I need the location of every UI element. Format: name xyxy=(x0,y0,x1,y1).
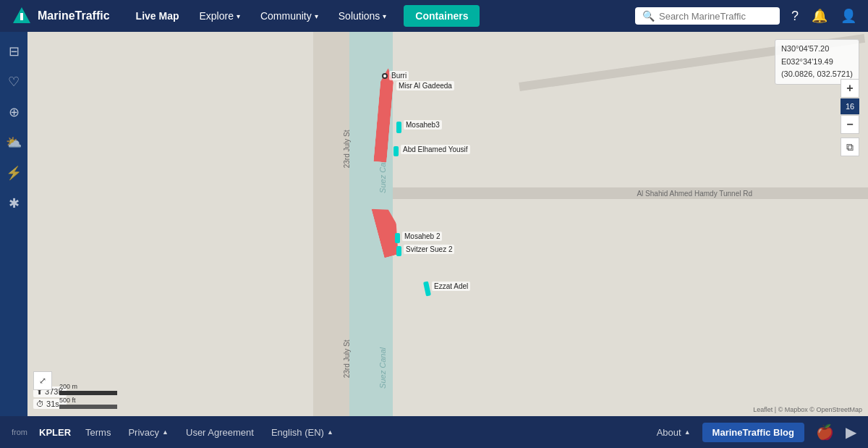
map-layers-button[interactable]: ⧉ xyxy=(841,138,859,156)
sidebar-route-icon[interactable]: ⚡ xyxy=(1,159,26,187)
scale-500ft: 500 ft xyxy=(59,397,117,404)
from-label: from xyxy=(12,428,27,436)
search-box[interactable]: 🔍 xyxy=(635,7,780,25)
zoom-level: 16 xyxy=(841,98,859,114)
sidebar-measure-icon[interactable]: ✱ xyxy=(1,190,26,217)
logo-area[interactable]: MarineTraffic xyxy=(0,6,122,26)
vessel-burri[interactable]: Burri xyxy=(382,73,388,79)
search-input[interactable] xyxy=(659,11,773,22)
vessel-svitzer-suez2[interactable]: Svitzer Suez 2 xyxy=(396,246,401,256)
terms-link[interactable]: Terms xyxy=(82,424,114,441)
bottom-right: About ▲ MarineTraffic Blog 🍎 ▶ xyxy=(645,423,868,442)
solutions-chevron-icon: ▾ xyxy=(383,12,386,20)
about-link[interactable]: About ▲ xyxy=(657,427,691,438)
android-app-icon[interactable]: ▶ xyxy=(846,423,856,441)
nav-live-map[interactable]: Live Map xyxy=(127,4,188,28)
zoom-controls: + 16 − ⧉ xyxy=(841,79,859,156)
apple-app-icon[interactable]: 🍎 xyxy=(816,423,834,441)
sidebar-layers-icon[interactable]: ⊕ xyxy=(1,98,26,126)
help-button[interactable]: ? xyxy=(786,4,804,28)
bottom-navigation: from KPLER Terms Privacy ▲ User Agreemen… xyxy=(0,416,868,448)
vessel-mosaheb2-shape xyxy=(395,233,400,243)
mt-blog-button[interactable]: MarineTraffic Blog xyxy=(702,423,804,442)
search-icon: 🔍 xyxy=(642,10,655,22)
vessel-abd-elhamed[interactable]: Abd Elhamed Yousif xyxy=(393,146,399,156)
nav-solutions[interactable]: Solutions ▾ xyxy=(330,4,396,28)
scale-bar: 200 m 500 ft xyxy=(59,383,117,409)
scale-200m: 200 m xyxy=(59,383,117,390)
zoom-in-button[interactable]: + xyxy=(841,79,859,98)
time-icon: ⏱ xyxy=(36,400,44,408)
sidebar-filter-icon[interactable]: ⊟ xyxy=(1,38,26,65)
user-menu-button[interactable]: 👤 xyxy=(835,4,862,28)
logo-icon xyxy=(12,6,32,26)
map-container[interactable]: 23rd July St 23rd July St Suez Canal Sue… xyxy=(27,32,868,416)
community-chevron-icon: ▾ xyxy=(315,12,318,20)
bottom-left: from KPLER Terms Privacy ▲ User Agreemen… xyxy=(0,424,348,441)
nav-links: Live Map Explore ▾ Community ▾ Solutions… xyxy=(122,4,635,28)
containers-button[interactable]: Containers xyxy=(404,5,480,27)
map-land-right xyxy=(393,32,868,416)
fullscreen-button[interactable]: ⤢ xyxy=(33,371,52,390)
notifications-button[interactable]: 🔔 xyxy=(806,4,833,28)
search-area: 🔍 xyxy=(635,7,780,25)
sidebar-favorites-icon[interactable]: ♡ xyxy=(1,68,26,96)
scale-ruler-500ft xyxy=(59,405,117,409)
nav-explore[interactable]: Explore ▾ xyxy=(191,4,249,28)
vessel-mosaheb3-shape xyxy=(396,122,401,133)
top-navigation: MarineTraffic Live Map Explore ▾ Communi… xyxy=(0,0,868,32)
coordinates-box: N30°04'57.20 E032°34'19.49 (30.0826, 032… xyxy=(775,39,859,85)
about-arrow-icon: ▲ xyxy=(684,428,691,436)
vessel-svitzer-shape xyxy=(396,246,401,256)
vessel-ezzat-adel[interactable]: Ezzat Adel xyxy=(425,282,430,296)
zoom-out-button[interactable]: − xyxy=(841,115,859,134)
logo-text: MarineTraffic xyxy=(38,9,110,22)
road-23rd-july-left xyxy=(313,32,353,416)
nav-community[interactable]: Community ▾ xyxy=(252,4,327,28)
vessel-abd-shape xyxy=(393,146,399,156)
tunnel-road xyxy=(393,187,868,199)
svg-rect-1 xyxy=(20,13,23,20)
language-arrow-icon: ▲ xyxy=(327,428,333,436)
nav-icons: ? 🔔 👤 xyxy=(780,4,868,28)
vessel-burri-dot xyxy=(382,73,388,79)
privacy-link[interactable]: Privacy ▲ xyxy=(125,424,171,441)
sidebar-weather-icon[interactable]: ⛅ xyxy=(1,129,26,156)
scale-ruler-200m xyxy=(59,391,117,395)
vessel-mosaheb3[interactable]: Mosaheb3 xyxy=(396,122,401,133)
privacy-arrow-icon: ▲ xyxy=(162,428,169,436)
user-agreement-link[interactable]: User Agreement xyxy=(183,424,257,441)
map-land-left xyxy=(27,32,349,416)
left-sidebar: ⊟ ♡ ⊕ ⛅ ⚡ ✱ xyxy=(0,32,27,416)
map-attribution: Leaflet | © Mapbox © OpenStreetMap xyxy=(753,406,862,413)
vessel-mosaheb2[interactable]: Mosaheb 2 xyxy=(395,233,400,243)
kpler-logo: KPLER xyxy=(39,427,71,438)
explore-chevron-icon: ▾ xyxy=(237,12,240,20)
language-selector[interactable]: English (EN) ▲ xyxy=(268,424,336,441)
